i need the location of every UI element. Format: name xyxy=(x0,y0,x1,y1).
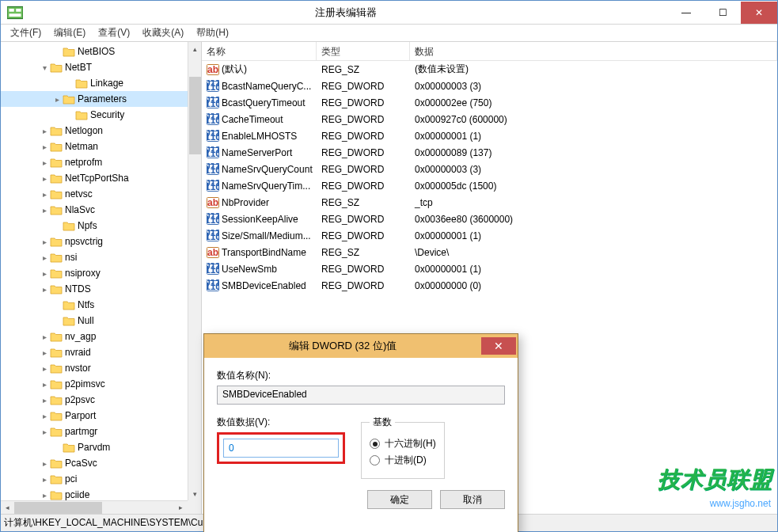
tree-expander-icon[interactable]: ▸ xyxy=(39,459,50,468)
menu-help[interactable]: 帮助(H) xyxy=(190,25,235,41)
value-data: 0x00000003 (3) xyxy=(410,164,777,175)
tree-expander-icon[interactable]: ▸ xyxy=(39,380,50,389)
tree-item[interactable]: ▾NetBT xyxy=(1,59,201,75)
value-row[interactable]: SMBDeviceEnabledREG_DWORD0x00000000 (0) xyxy=(202,277,777,294)
value-row[interactable]: BcastQueryTimeoutREG_DWORD0x000002ee (75… xyxy=(202,94,777,111)
tree-item[interactable]: ▸Netman xyxy=(1,139,201,154)
tree-item[interactable]: ▸netvsc xyxy=(1,186,201,202)
dialog-close-button[interactable]: ✕ xyxy=(481,337,516,355)
scroll-left-button[interactable]: ◂ xyxy=(1,501,14,515)
value-row[interactable]: NameServerPortREG_DWORD0x00000089 (137) xyxy=(202,144,777,161)
tree-expander-icon[interactable]: ▸ xyxy=(39,396,50,405)
radio-dec[interactable] xyxy=(370,455,380,466)
scroll-track[interactable] xyxy=(14,501,174,515)
dialog-titlebar[interactable]: 编辑 DWORD (32 位)值 ✕ xyxy=(204,334,518,358)
tree-scrollbar-vertical[interactable]: ▴ ▾ xyxy=(188,42,201,500)
tree-item[interactable]: ▸pci xyxy=(1,471,201,487)
tree-expander-icon[interactable]: ▾ xyxy=(39,63,50,72)
tree-item[interactable]: ▸Parport xyxy=(1,408,201,424)
menu-edit[interactable]: 编辑(E) xyxy=(47,25,92,41)
tree-item[interactable]: ▸nsiproxy xyxy=(1,265,201,281)
minimize-button[interactable]: — xyxy=(668,2,704,24)
dword-value-icon xyxy=(207,230,219,242)
tree-expander-icon[interactable]: ▸ xyxy=(39,332,50,341)
tree-item[interactable]: ▸Parameters xyxy=(1,91,201,107)
tree-item[interactable]: ▸PcaSvc xyxy=(1,455,201,471)
radio-dec-row[interactable]: 十进制(D) xyxy=(370,454,436,467)
value-row[interactable]: TransportBindNameREG_SZ\Device\ xyxy=(202,244,777,260)
tree-item[interactable]: Linkage xyxy=(1,75,201,91)
scroll-thumb[interactable] xyxy=(189,77,201,154)
values-list[interactable]: (默认)REG_SZ(数值未设置)BcastNameQueryC...REG_D… xyxy=(202,61,777,294)
ok-button[interactable]: 确定 xyxy=(367,490,432,509)
tree-item[interactable]: ▸nv_agp xyxy=(1,329,201,344)
cancel-button[interactable]: 取消 xyxy=(440,490,505,509)
value-row[interactable]: (默认)REG_SZ(数值未设置) xyxy=(202,61,777,78)
tree-item[interactable]: ▸nvraid xyxy=(1,344,201,360)
tree-item-label: nsiproxy xyxy=(65,268,101,279)
tree-item[interactable]: ▸NTDS xyxy=(1,281,201,297)
column-data[interactable]: 数据 xyxy=(410,42,777,60)
value-data-input[interactable] xyxy=(223,439,339,458)
value-row[interactable]: Size/Small/Medium...REG_DWORD0x00000001 … xyxy=(202,227,777,244)
tree-expander-icon[interactable]: ▸ xyxy=(39,238,50,246)
radio-hex[interactable] xyxy=(370,439,380,449)
value-row[interactable]: BcastNameQueryC...REG_DWORD0x00000003 (3… xyxy=(202,78,777,94)
menu-favorites[interactable]: 收藏夹(A) xyxy=(136,25,190,41)
tree-item[interactable]: ▸nvstor xyxy=(1,360,201,376)
tree-item[interactable]: Ntfs xyxy=(1,297,201,313)
tree-item[interactable]: ▸NetTcpPortSha xyxy=(1,170,201,186)
close-button[interactable]: ✕ xyxy=(741,2,777,24)
tree-item[interactable]: ▸NlaSvc xyxy=(1,202,201,218)
tree-expander-icon[interactable]: ▸ xyxy=(39,348,50,357)
tree-expander-icon[interactable]: ▸ xyxy=(39,190,50,199)
tree-item[interactable]: ▸npsvctrig xyxy=(1,234,201,249)
column-name[interactable]: 名称 xyxy=(202,42,317,60)
tree-item[interactable]: ▸nsi xyxy=(1,249,201,265)
tree-item[interactable]: Null xyxy=(1,313,201,329)
value-row[interactable]: NbProviderREG_SZ_tcp xyxy=(202,194,777,211)
tree-expander-icon[interactable]: ▸ xyxy=(39,428,50,436)
tree-item[interactable]: ▸p2pimsvc xyxy=(1,376,201,392)
tree-expander-icon[interactable]: ▸ xyxy=(39,491,50,500)
value-row[interactable]: EnableLMHOSTSREG_DWORD0x00000001 (1) xyxy=(202,127,777,144)
tree-item[interactable]: Security xyxy=(1,107,201,123)
scroll-up-button[interactable]: ▴ xyxy=(188,42,201,55)
tree-item[interactable]: ▸Netlogon xyxy=(1,123,201,139)
tree-expander-icon[interactable]: ▸ xyxy=(39,475,50,484)
value-row[interactable]: SessionKeepAliveREG_DWORD0x0036ee80 (360… xyxy=(202,211,777,227)
tree-scrollbar-horizontal[interactable]: ◂ ▸ xyxy=(1,500,188,514)
radio-hex-row[interactable]: 十六进制(H) xyxy=(370,437,436,450)
tree-expander-icon[interactable]: ▸ xyxy=(39,269,50,278)
menu-view[interactable]: 查看(V) xyxy=(92,25,136,41)
value-row[interactable]: NameSrvQueryTim...REG_DWORD0x000005dc (1… xyxy=(202,177,777,194)
scroll-right-button[interactable]: ▸ xyxy=(174,501,188,515)
registry-tree[interactable]: NetBIOS▾NetBTLinkage▸ParametersSecurity▸… xyxy=(1,42,201,503)
value-row[interactable]: CacheTimeoutREG_DWORD0x000927c0 (600000) xyxy=(202,111,777,127)
tree-expander-icon[interactable]: ▸ xyxy=(39,412,50,420)
column-type[interactable]: 类型 xyxy=(317,42,410,60)
tree-expander-icon[interactable]: ▸ xyxy=(39,364,50,373)
tree-expander-icon[interactable]: ▸ xyxy=(39,142,50,151)
tree-item[interactable]: Parvdm xyxy=(1,439,201,455)
tree-item[interactable]: ▸p2psvc xyxy=(1,392,201,408)
tree-item[interactable]: ▸partmgr xyxy=(1,424,201,439)
tree-expander-icon[interactable]: ▸ xyxy=(39,127,50,135)
tree-expander-icon[interactable]: ▸ xyxy=(39,285,50,294)
scroll-down-button[interactable]: ▾ xyxy=(188,487,201,500)
tree-item[interactable]: Npfs xyxy=(1,218,201,234)
tree-expander-icon[interactable]: ▸ xyxy=(39,174,50,183)
value-row[interactable]: NameSrvQueryCountREG_DWORD0x00000003 (3) xyxy=(202,161,777,177)
tree-item[interactable]: NetBIOS xyxy=(1,44,201,59)
tree-expander-icon[interactable]: ▸ xyxy=(39,253,50,262)
menu-file[interactable]: 文件(F) xyxy=(4,25,47,41)
folder-icon xyxy=(75,78,88,89)
maximize-button[interactable]: ☐ xyxy=(704,2,741,24)
scroll-thumb[interactable] xyxy=(14,502,102,514)
tree-expander-icon[interactable]: ▸ xyxy=(39,158,50,167)
tree-expander-icon[interactable]: ▸ xyxy=(51,95,63,104)
tree-item[interactable]: ▸netprofm xyxy=(1,154,201,170)
scroll-track[interactable] xyxy=(188,55,201,487)
value-row[interactable]: UseNewSmbREG_DWORD0x00000001 (1) xyxy=(202,260,777,277)
tree-expander-icon[interactable]: ▸ xyxy=(39,206,50,215)
